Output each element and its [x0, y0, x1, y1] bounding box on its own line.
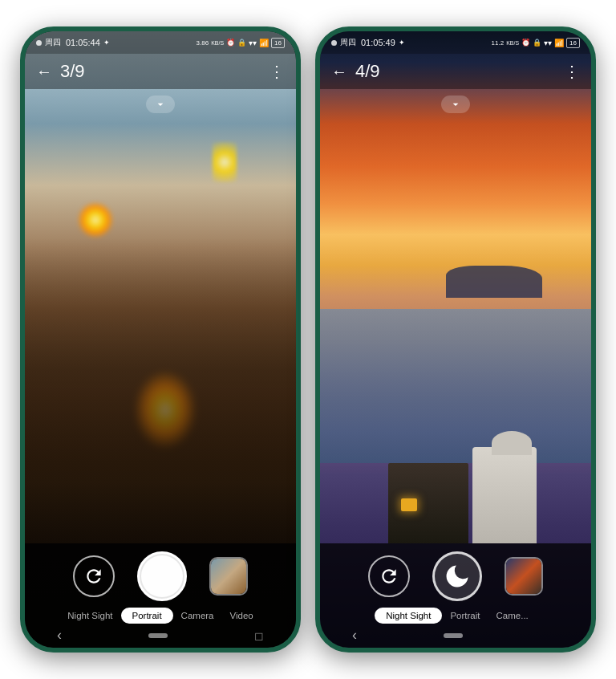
menu-button-1[interactable]: ⋮ [269, 62, 285, 81]
nav-recent-1[interactable]: ◻ [254, 629, 264, 642]
lock-icon-2: 🔒 [533, 39, 541, 47]
thumbnail-image-2 [506, 559, 541, 594]
mode-camera-1[interactable]: Camera [173, 608, 222, 624]
status-right-1: 3.86 KB/S ⏰ 🔒 ▾▾ 📶 16 [197, 38, 285, 48]
rotate-icon-1 [83, 566, 104, 587]
clock-icon-2: ⏰ [521, 39, 530, 47]
status-left-2: 周四 01:05:49 ✦ [331, 37, 405, 48]
status-speed-2: 11.2 [492, 39, 505, 47]
night-sight-shutter-2[interactable] [432, 551, 482, 601]
wifi-icon: ▾▾ [249, 39, 257, 47]
status-speed-1: 3.86 [197, 39, 209, 47]
status-bar-1: 周四 01:05:44 ✦ 3.86 KB/S ⏰ 🔒 ▾▾ 📶 16 [25, 31, 296, 54]
rotate-button-2[interactable] [368, 555, 410, 597]
battery-icon-1: 16 [271, 38, 285, 48]
signal-icon: 📶 [259, 39, 269, 47]
phone-1: 周四 01:05:44 ✦ 3.86 KB/S ⏰ 🔒 ▾▾ 📶 16 [20, 26, 301, 653]
shutter-button-1[interactable] [137, 551, 187, 601]
status-right-2: 11.2 KB/S ⏰ 🔒 ▾▾ 📶 16 [492, 38, 580, 48]
mode-labels-1: Night Sight Portrait Camera Video [25, 608, 296, 624]
battery-icon-2: 16 [566, 38, 580, 48]
chevron-down-icon-2 [449, 98, 462, 111]
top-bar-2: ← 4/9 ⋮ [320, 54, 591, 89]
top-bar-1: ← 3/9 ⋮ [25, 54, 296, 89]
nav-home-2[interactable] [444, 633, 463, 638]
bottom-nav-1: ‹ ◻ [25, 624, 296, 644]
dropdown-chevron-1[interactable] [146, 96, 175, 113]
lock-icon: 🔒 [237, 39, 246, 47]
white-building [472, 447, 537, 543]
nav-back-1[interactable]: ‹ [57, 627, 62, 644]
rotate-button-1[interactable] [73, 555, 115, 597]
back-button-2[interactable]: ← [331, 63, 347, 81]
bottom-nav-2: ‹ ◻ [320, 624, 591, 644]
status-unit-2: KB/S [506, 40, 519, 46]
back-button-1[interactable]: ← [36, 63, 52, 81]
bottom-controls-2: Night Sight Portrait Came... ‹ ◻ [320, 543, 591, 648]
mode-portrait-2[interactable]: Portrait [442, 608, 488, 624]
status-time-1: 01:05:44 [66, 38, 100, 47]
moon-icon-2 [443, 562, 472, 591]
mode-buttons-2 [320, 551, 591, 601]
nav-home-1[interactable] [148, 633, 168, 638]
mode-labels-2: Night Sight Portrait Came... [320, 608, 591, 624]
mode-buttons-1 [25, 551, 296, 601]
photo-count-2: 4/9 [355, 61, 564, 82]
rotate-icon-2 [379, 566, 399, 587]
status-bar-2: 周四 01:05:49 ✦ 11.2 KB/S ⏰ 🔒 ▾▾ 📶 16 [320, 31, 591, 54]
status-left-1: 周四 01:05:44 ✦ [36, 37, 110, 48]
mode-video-1[interactable]: Video [222, 608, 261, 624]
mode-night-sight-2[interactable]: Night Sight [375, 608, 442, 624]
nav-spacer-2: ◻ [549, 629, 559, 642]
chevron-down-icon-1 [154, 98, 167, 111]
building-dome [492, 431, 532, 455]
status-time-2: 01:05:49 [361, 38, 395, 47]
thumbnail-image-1 [211, 559, 246, 594]
nav-back-2[interactable]: ‹ [352, 627, 357, 644]
photo-count-1: 3/9 [60, 61, 269, 82]
mode-portrait-1[interactable]: Portrait [121, 608, 173, 624]
status-star-1: ✦ [103, 39, 110, 47]
status-unit-1: KB/S [211, 40, 224, 46]
thumbnail-button-2[interactable] [505, 557, 543, 596]
menu-button-2[interactable]: ⋮ [564, 62, 580, 81]
dark-building [388, 463, 468, 543]
dropdown-chevron-2[interactable] [441, 96, 470, 113]
island-shape [446, 266, 542, 298]
window-glow [401, 498, 417, 511]
building-area [320, 367, 591, 543]
signal-icon-2: 📶 [554, 39, 564, 47]
phone-2: 周四 01:05:49 ✦ 11.2 KB/S ⏰ 🔒 ▾▾ 📶 16 [315, 26, 596, 653]
thumbnail-button-1[interactable] [209, 557, 248, 596]
mode-night-sight-1[interactable]: Night Sight [59, 608, 120, 624]
clock-icon: ⏰ [226, 39, 235, 47]
wifi-icon-2: ▾▾ [544, 39, 552, 47]
status-day-2: 周四 [340, 37, 356, 48]
bottom-controls-1: Night Sight Portrait Camera Video ‹ ◻ [25, 543, 296, 648]
status-star-2: ✦ [399, 39, 405, 47]
status-day-1: 周四 [45, 37, 61, 48]
mode-camera-2[interactable]: Came... [488, 608, 537, 624]
